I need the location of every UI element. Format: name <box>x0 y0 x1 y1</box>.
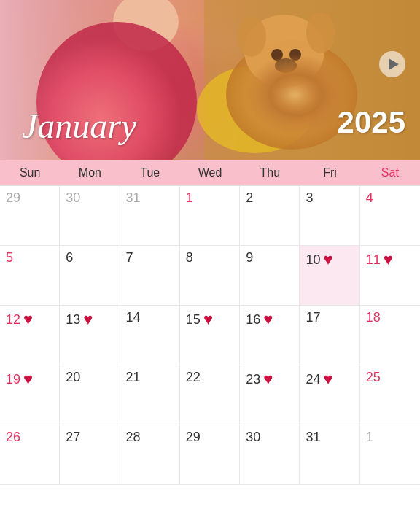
date-number: 17 <box>306 310 320 325</box>
cal-cell: 11♥ <box>360 246 420 306</box>
svg-point-10 <box>237 16 266 57</box>
svg-point-8 <box>289 49 301 61</box>
day-headers: SunMonTueWedThuFriSat <box>0 160 420 186</box>
cal-cell: 27 <box>60 425 120 485</box>
date-number: 1 <box>186 190 193 206</box>
date-number: 10 <box>306 252 320 268</box>
day-header-fri: Fri <box>300 160 359 185</box>
date-number: 7 <box>126 250 133 266</box>
date-number: 22 <box>186 370 201 385</box>
date-number: 8 <box>186 250 193 266</box>
day-header-thu: Thu <box>240 160 300 185</box>
heart-icon: ♥ <box>23 310 33 329</box>
calendar-grid: 29303112345678910♥11♥12♥13♥1415♥16♥17181… <box>0 186 420 485</box>
heart-icon: ♥ <box>203 310 213 329</box>
date-number: 14 <box>126 310 141 325</box>
cal-cell: 14 <box>120 306 180 365</box>
date-number: 31 <box>306 430 320 445</box>
date-number: 5 <box>6 250 13 266</box>
year-label: 2025 <box>338 105 405 140</box>
cal-cell: 30 <box>60 186 120 246</box>
date-number: 13 <box>66 312 80 327</box>
cal-cell: 30 <box>240 425 300 485</box>
cal-cell: 29 <box>0 186 60 246</box>
date-number: 29 <box>186 430 201 445</box>
cal-cell: 26 <box>0 425 60 485</box>
cal-cell: 6 <box>60 246 120 306</box>
cal-cell: 4 <box>360 186 420 246</box>
cal-cell: 1 <box>360 425 420 485</box>
date-number: 31 <box>126 190 141 206</box>
cal-cell: 16♥ <box>240 306 300 365</box>
header-image: January 2025 <box>0 0 420 160</box>
date-number: 1 <box>366 430 373 445</box>
cal-cell: 13♥ <box>60 306 120 365</box>
day-header-sun: Sun <box>0 160 60 185</box>
date-number: 19 <box>6 372 20 387</box>
heart-icon: ♥ <box>83 310 93 329</box>
cal-cell: 17 <box>300 306 359 365</box>
day-header-wed: Wed <box>180 160 240 185</box>
heart-icon: ♥ <box>323 370 332 389</box>
cal-cell: 10♥ <box>300 246 359 306</box>
date-number: 30 <box>246 430 260 445</box>
date-number: 29 <box>6 190 20 206</box>
cal-cell: 29 <box>180 425 240 485</box>
play-icon <box>389 58 399 70</box>
cal-cell: 8 <box>180 246 240 306</box>
date-number: 9 <box>246 250 253 266</box>
date-number: 15 <box>186 312 201 327</box>
heart-icon: ♥ <box>23 370 33 389</box>
heart-icon: ♥ <box>323 250 332 269</box>
date-number: 26 <box>6 430 20 445</box>
date-number: 23 <box>246 372 260 387</box>
cal-cell: 20 <box>60 365 120 425</box>
heart-icon: ♥ <box>263 370 273 389</box>
cal-cell: 1 <box>180 186 240 246</box>
cal-cell: 19♥ <box>0 365 60 425</box>
cal-cell: 22 <box>180 365 240 425</box>
date-number: 4 <box>366 190 373 206</box>
cal-cell: 21 <box>120 365 180 425</box>
date-number: 12 <box>6 312 20 327</box>
cal-cell: 5 <box>0 246 60 306</box>
cal-cell: 7 <box>120 246 180 306</box>
date-number: 16 <box>246 312 260 327</box>
date-number: 18 <box>366 310 381 325</box>
heart-icon: ♥ <box>384 250 393 269</box>
heart-icon: ♥ <box>263 310 273 329</box>
play-button[interactable] <box>379 51 405 77</box>
cal-cell: 31 <box>120 186 180 246</box>
cal-cell: 9 <box>240 246 300 306</box>
month-label: January <box>22 106 136 146</box>
cal-cell: 12♥ <box>0 306 60 365</box>
day-header-sat: Sat <box>360 160 420 185</box>
date-number: 28 <box>126 430 141 445</box>
date-number: 24 <box>306 372 320 387</box>
date-number: 6 <box>66 250 73 266</box>
cal-cell: 3 <box>300 186 359 246</box>
cal-cell: 25 <box>360 365 420 425</box>
cal-cell: 2 <box>240 186 300 246</box>
day-header-tue: Tue <box>120 160 180 185</box>
date-number: 20 <box>66 370 80 385</box>
svg-point-11 <box>306 12 335 53</box>
date-number: 25 <box>366 370 381 385</box>
cal-cell: 23♥ <box>240 365 300 425</box>
date-number: 2 <box>246 190 253 206</box>
cal-cell: 31 <box>300 425 359 485</box>
date-number: 11 <box>366 252 381 268</box>
svg-point-7 <box>271 49 283 61</box>
cal-cell: 18 <box>360 306 420 365</box>
date-number: 27 <box>66 430 80 445</box>
cal-cell: 24♥ <box>300 365 359 425</box>
cal-cell: 28 <box>120 425 180 485</box>
cal-cell: 15♥ <box>180 306 240 365</box>
svg-point-9 <box>275 58 297 73</box>
date-number: 21 <box>126 370 141 385</box>
day-header-mon: Mon <box>60 160 120 185</box>
date-number: 30 <box>66 190 80 206</box>
date-number: 3 <box>306 190 313 206</box>
